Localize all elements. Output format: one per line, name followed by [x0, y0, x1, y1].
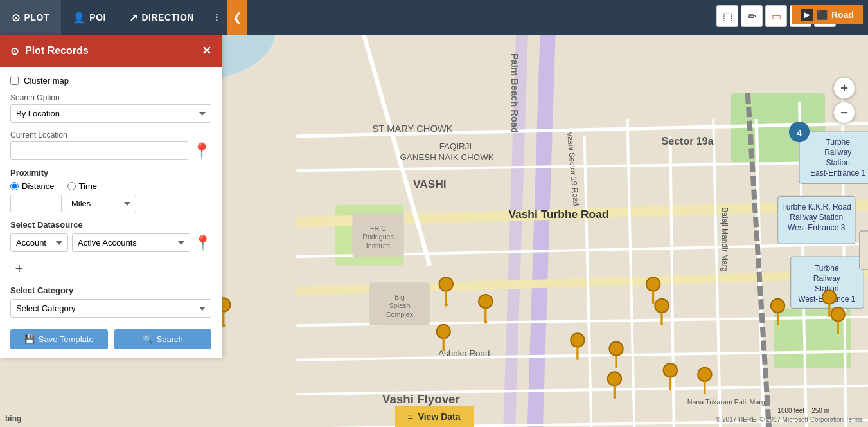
nav-item-direction[interactable]: ↗ DIRECTION — [118, 0, 206, 35]
category-section: Select Category Select Category — [10, 286, 211, 318]
action-buttons: 💾 Save Template 🔍 Search — [10, 329, 211, 349]
proximity-label: Proximity — [10, 168, 211, 177]
svg-point-47 — [571, 333, 584, 347]
time-radio-item[interactable]: Time — [67, 181, 97, 191]
datasource-section: Select Datasource Account Active Account… — [10, 220, 211, 252]
poi-icon: 👤 — [73, 12, 86, 24]
svg-text:Ashoka Road: Ashoka Road — [438, 349, 490, 358]
proximity-unit-select[interactable]: Miles Kilometers — [66, 195, 136, 212]
svg-text:GANESH NAIK CHOWK: GANESH NAIK CHOWK — [400, 152, 493, 162]
zoom-out-button[interactable]: − — [833, 102, 855, 123]
search-option-label: Search Option — [10, 93, 211, 102]
plot-icon: ⊙ — [12, 12, 21, 24]
svg-text:Vashi Flyover: Vashi Flyover — [382, 392, 460, 406]
svg-point-43 — [445, 303, 448, 306]
time-radio[interactable] — [67, 182, 76, 190]
view-data-bar[interactable]: ≡ View Data — [394, 406, 473, 427]
svg-rect-35 — [860, 231, 868, 269]
panel-header: ⊙ Plot Records ✕ — [0, 35, 222, 67]
svg-text:East-Entrance 1: East-Entrance 1 — [810, 168, 865, 177]
svg-point-44 — [479, 295, 492, 308]
svg-text:VASHI: VASHI — [413, 177, 447, 190]
nav-item-poi[interactable]: 👤 POI — [61, 0, 118, 35]
svg-text:Nana Tukaram Patil Marg: Nana Tukaram Patil Marg — [687, 398, 765, 406]
svg-text:ST MARY CHOWK: ST MARY CHOWK — [373, 123, 453, 134]
search-icon: 🔍 — [143, 334, 153, 344]
cluster-map-label: Cluster map — [24, 76, 69, 86]
distance-label: Distance — [22, 181, 55, 191]
save-button-label: Save Template — [39, 334, 94, 344]
zoom-controls: + − — [833, 77, 855, 123]
road-view-label: Road — [831, 10, 854, 20]
svg-text:4: 4 — [797, 128, 802, 138]
svg-point-51 — [655, 299, 668, 313]
svg-point-56 — [831, 307, 844, 321]
account-select[interactable]: Account — [10, 233, 68, 252]
svg-point-42 — [439, 277, 453, 291]
edit-tool-button[interactable]: ✏ — [741, 5, 763, 27]
svg-text:Railway: Railway — [824, 148, 851, 157]
zoom-in-icon: + — [840, 81, 848, 96]
category-select[interactable]: Select Category — [10, 299, 211, 318]
edit-tool-icon: ✏ — [748, 10, 756, 23]
nav-label-plot: PLOT — [24, 12, 49, 23]
erase-tool-button[interactable]: ▭ — [765, 5, 787, 27]
zoom-out-icon: − — [840, 105, 848, 120]
search-option-select[interactable]: By Location By Address By Coordinates — [10, 104, 211, 123]
select-tool-icon: ⬚ — [723, 10, 732, 23]
svg-text:Palm Beach Road: Palm Beach Road — [509, 53, 520, 133]
search-option-field: Search Option By Location By Address By … — [10, 93, 211, 123]
location-pin-icon[interactable]: 📍 — [192, 142, 211, 160]
svg-text:Balaji Mandir Marg: Balaji Mandir Marg — [720, 207, 729, 271]
road-view-arrow-icon: ▶ — [801, 9, 813, 21]
nav-more-button[interactable]: ⋮ — [206, 0, 228, 35]
nav-toggle-button[interactable]: ❮ — [227, 0, 247, 35]
category-label: Select Category — [10, 286, 211, 295]
scale-meters: 250 m — [811, 407, 829, 414]
proximity-radio-row: Distance Time — [10, 181, 211, 191]
cluster-map-row: Cluster map — [10, 76, 211, 86]
road-view-icon: ⬛ — [817, 10, 828, 20]
nav-item-plot[interactable]: ⊙ PLOT — [0, 0, 61, 35]
svg-text:FAQIRJI: FAQIRJI — [439, 141, 472, 151]
panel-close-button[interactable]: ✕ — [202, 44, 211, 58]
svg-point-46 — [437, 325, 450, 338]
view-data-icon: ≡ — [407, 412, 412, 422]
svg-point-45 — [484, 320, 487, 323]
distance-radio[interactable] — [10, 182, 19, 190]
proximity-section: Proximity Distance Time Miles Kilometers — [10, 168, 211, 212]
svg-point-54 — [771, 299, 784, 313]
svg-text:Railway Station: Railway Station — [790, 213, 843, 222]
svg-point-48 — [609, 342, 623, 356]
scale-bar: 1000 feet 250 m — [777, 407, 829, 414]
cluster-map-checkbox[interactable] — [10, 77, 19, 85]
nav-label-direction: DIRECTION — [141, 12, 194, 23]
zoom-in-button[interactable]: + — [833, 77, 855, 99]
erase-tool-icon: ▭ — [772, 10, 781, 23]
search-button-label: Search — [157, 334, 183, 344]
proximity-number-input[interactable] — [10, 195, 62, 212]
svg-point-53 — [698, 368, 711, 381]
svg-point-49 — [608, 372, 621, 385]
search-button[interactable]: 🔍 Search — [114, 329, 212, 349]
svg-text:Railway: Railway — [813, 274, 840, 283]
panel-header-icon: ⊙ — [10, 45, 19, 57]
road-view-button[interactable]: ▶ ⬛ Road — [792, 5, 863, 24]
nav-label-poi: POI — [89, 12, 106, 23]
active-accounts-select[interactable]: Active Accounts All Accounts — [72, 233, 190, 252]
current-location-input[interactable] — [10, 141, 188, 160]
copyright-text: © 2017 HERE, © 2017 Microsoft Corporatio… — [716, 416, 863, 423]
distance-radio-item[interactable]: Distance — [10, 181, 55, 191]
svg-text:West-Entrance 3: West-Entrance 3 — [788, 223, 846, 232]
svg-point-55 — [822, 290, 836, 304]
save-icon: 💾 — [24, 334, 35, 344]
save-template-button[interactable]: 💾 Save Template — [10, 329, 108, 349]
datasource-row: Account Active Accounts All Accounts 📍 — [10, 233, 211, 252]
add-datasource-button[interactable]: + — [10, 260, 28, 278]
current-location-field: Current Location 📍 — [10, 131, 211, 160]
select-tool-button[interactable]: ⬚ — [716, 5, 738, 27]
svg-text:Big: Big — [394, 293, 405, 301]
svg-point-58 — [222, 323, 225, 327]
scale-feet: 1000 feet — [777, 407, 804, 414]
svg-point-50 — [646, 277, 660, 291]
